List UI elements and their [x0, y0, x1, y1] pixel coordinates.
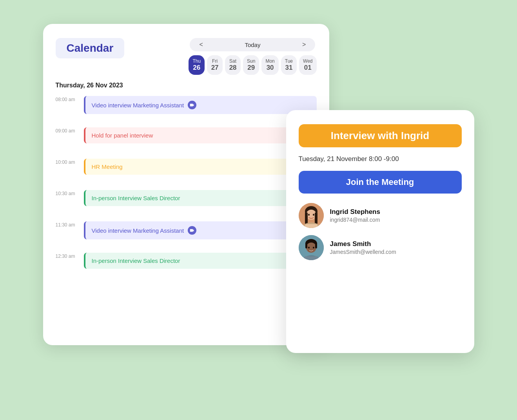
interview-datetime: Tuesday, 21 November 8:00 -9:00: [299, 155, 462, 163]
svg-rect-6: [305, 224, 317, 228]
time-label-2: 10:00 am: [56, 159, 84, 165]
attendee-email-ingrid: ingrid874@mail.com: [330, 217, 380, 223]
event-block-4[interactable]: Video interview Marketing Assistant: [84, 221, 317, 239]
day-name-thu: Thu: [192, 58, 201, 64]
event-area-1: Hold for panel interview: [84, 127, 317, 147]
avatar-james: [299, 235, 324, 260]
event-area-5: In-person Interview Sales Director: [84, 253, 317, 272]
day-name-fri: Fri: [212, 58, 218, 64]
time-row-5: 12:30 am In-person Interview Sales Direc…: [56, 253, 317, 284]
day-pill-sun[interactable]: Sun 29: [243, 55, 259, 75]
event-block-5[interactable]: In-person Interview Sales Director: [84, 253, 317, 269]
event-title-4: Video interview Marketing Assistant: [92, 227, 184, 234]
event-area-4: Video interview Marketing Assistant: [84, 221, 317, 243]
time-label-1: 09:00 am: [56, 127, 84, 134]
today-label[interactable]: Today: [245, 42, 260, 48]
attendee-name-ingrid: Ingrid Stephens: [330, 208, 380, 216]
day-pill-sat[interactable]: Sat 28: [225, 55, 241, 75]
event-area-2: HR Meeting: [84, 159, 317, 178]
time-row-2: 10:00 am HR Meeting: [56, 159, 317, 190]
nav-row: < Today >: [190, 38, 315, 51]
svg-point-7: [308, 214, 310, 216]
time-row-3: 10:30 am In-person Interview Sales Direc…: [56, 190, 317, 221]
svg-rect-13: [315, 243, 317, 248]
event-area-3: In-person Interview Sales Director: [84, 190, 317, 209]
day-num-sun: 29: [247, 64, 255, 72]
attendee-row-james: James Smith JamesSmith@wellend.com: [299, 235, 462, 260]
detail-card: Interview with Ingrid Tuesday, 21 Novemb…: [286, 110, 474, 353]
avatar-james-svg: [299, 235, 324, 260]
day-name-sun: Sun: [247, 58, 255, 64]
time-label-3: 10:30 am: [56, 190, 84, 196]
time-row-0: 08:00 am Video interview Marketing Assis…: [56, 96, 317, 127]
svg-rect-12: [305, 243, 307, 248]
day-pill-tue[interactable]: Tue 31: [281, 55, 297, 75]
avatar-ingrid: [299, 203, 324, 228]
svg-point-17: [313, 247, 314, 248]
day-name-wed: Wed: [303, 58, 312, 64]
event-block-3[interactable]: In-person Interview Sales Director: [84, 190, 317, 206]
calendar-navigation: < Today > Thu 26 Fri 27 Sat 28: [189, 38, 316, 75]
day-pill-mon[interactable]: Mon 30: [261, 55, 278, 75]
day-pill-fri[interactable]: Fri 27: [207, 55, 223, 75]
day-pill-thu[interactable]: Thu 26: [189, 55, 205, 75]
day-selector: Thu 26 Fri 27 Sat 28 Sun 29: [189, 55, 316, 75]
day-num-fri: 27: [211, 64, 219, 72]
event-block-1[interactable]: Hold for panel interview: [84, 127, 317, 143]
svg-rect-4: [315, 212, 317, 224]
attendees-list: Ingrid Stephens ingrid874@mail.com: [299, 203, 462, 260]
avatar-ingrid-svg: [299, 203, 324, 228]
day-num-wed: 01: [304, 64, 312, 72]
svg-rect-3: [305, 212, 308, 224]
video-icon-0: [188, 101, 196, 109]
event-title-2: HR Meeting: [92, 163, 123, 170]
event-title-1: Hold for panel interview: [92, 132, 153, 139]
day-name-tue: Tue: [285, 58, 293, 64]
day-name-sat: Sat: [229, 58, 236, 64]
time-row-4: 11:30 am Video interview Marketing Assis…: [56, 221, 317, 253]
attendee-name-james: James Smith: [330, 240, 396, 248]
event-title-5: In-person Interview Sales Director: [92, 257, 180, 264]
calendar-header: Calendar < Today > Thu 26 Fri 27: [56, 38, 317, 75]
event-area-0: Video interview Marketing Assistant: [84, 96, 317, 117]
event-title-3: In-person Interview Sales Director: [92, 195, 180, 201]
prev-button[interactable]: <: [196, 40, 206, 50]
next-button[interactable]: >: [299, 40, 309, 50]
day-num-thu: 26: [193, 64, 200, 72]
calendar-title-badge: Calendar: [56, 38, 125, 58]
calendar-title: Calendar: [67, 42, 114, 54]
join-meeting-button[interactable]: Join the Meeting: [299, 171, 462, 194]
attendee-info-james: James Smith JamesSmith@wellend.com: [330, 240, 396, 255]
event-block-2[interactable]: HR Meeting: [84, 159, 317, 175]
event-title-0: Video interview Marketing Assistant: [92, 102, 184, 109]
svg-point-16: [308, 247, 310, 248]
svg-point-8: [313, 214, 314, 216]
attendee-info-ingrid: Ingrid Stephens ingrid874@mail.com: [330, 208, 380, 223]
time-label-4: 11:30 am: [56, 221, 84, 228]
day-name-mon: Mon: [265, 58, 274, 64]
attendee-email-james: JamesSmith@wellend.com: [330, 249, 396, 255]
time-label-0: 08:00 am: [56, 96, 84, 102]
interview-badge: Interview with Ingrid: [299, 124, 462, 147]
time-row-1: 09:00 am Hold for panel interview: [56, 127, 317, 159]
attendee-row-ingrid: Ingrid Stephens ingrid874@mail.com: [299, 203, 462, 228]
day-pill-wed[interactable]: Wed 01: [299, 55, 316, 75]
video-icon-4: [188, 226, 196, 235]
svg-rect-15: [304, 256, 318, 260]
time-slots: 08:00 am Video interview Marketing Assis…: [56, 96, 317, 284]
join-meeting-label: Join the Meeting: [346, 177, 414, 187]
day-num-mon: 30: [267, 64, 274, 72]
interview-title: Interview with Ingrid: [308, 130, 452, 142]
day-num-sat: 28: [229, 64, 237, 72]
event-block-0[interactable]: Video interview Marketing Assistant: [84, 96, 317, 114]
day-num-tue: 31: [285, 64, 292, 72]
time-label-5: 12:30 am: [56, 253, 84, 259]
calendar-current-date: Thursday, 26 Nov 2023: [56, 82, 317, 89]
